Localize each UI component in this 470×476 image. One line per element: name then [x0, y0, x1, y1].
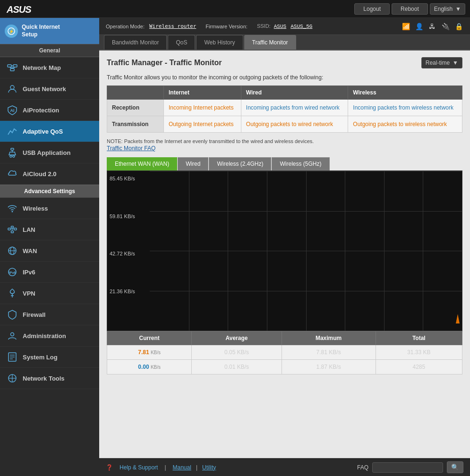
- wan-icon: [7, 245, 18, 256]
- sidebar-item-firewall[interactable]: Firewall: [0, 304, 99, 325]
- sidebar-item-aicloud[interactable]: AiCloud 2.0: [0, 163, 99, 185]
- sidebar-item-vpn[interactable]: VPN: [0, 283, 99, 304]
- cell-transmission-wired[interactable]: Outgoing packets to wired network: [241, 116, 348, 133]
- sub-tab-wireless-5[interactable]: Wireless (5GHz): [272, 157, 329, 170]
- sidebar-item-adaptive-qos[interactable]: Adaptive QoS: [0, 121, 99, 142]
- tab-qos[interactable]: QoS: [168, 35, 195, 50]
- row-label-reception: Reception: [107, 100, 164, 116]
- network-tools-icon: [7, 373, 18, 384]
- monitor-table: Internet Wired Wireless Reception Incomi…: [107, 85, 462, 133]
- user-status-icon: 👤: [414, 22, 424, 31]
- quick-setup-label: Quick InternetSetup: [22, 24, 60, 38]
- svg-point-16: [13, 155, 15, 157]
- sidebar-item-label: Firewall: [23, 311, 45, 318]
- sidebar-item-usb-application[interactable]: USB Application: [0, 142, 99, 163]
- svg-point-15: [10, 155, 12, 157]
- quick-internet-setup[interactable]: ⚡ Quick InternetSetup: [0, 18, 99, 44]
- vgrid-4: [306, 171, 307, 331]
- sidebar-item-label: VPN: [23, 290, 35, 297]
- faq-search-input[interactable]: [372, 462, 443, 473]
- stats-header-total: Total: [376, 332, 462, 345]
- usb-application-icon: [7, 147, 18, 158]
- general-label: General: [39, 47, 60, 54]
- administration-icon: [7, 330, 18, 341]
- sub-tabs: Ethernet WAN (WAN) Wired Wireless (2.4GH…: [107, 157, 462, 170]
- sidebar-item-label: Adaptive QoS: [23, 128, 63, 135]
- stats-row-2: 0.00 KB/s 0.01 KB/s 1.87 KB/s 4285: [107, 360, 462, 374]
- svg-point-32: [11, 333, 14, 336]
- stats-current-2: 0.00 KB/s: [107, 360, 192, 374]
- stats-total-2: 4285: [376, 360, 462, 374]
- sidebar-item-label: USB Application: [23, 149, 70, 156]
- sidebar: ⚡ Quick InternetSetup General Network Ma…: [0, 18, 99, 476]
- aiprotection-icon: AI: [7, 104, 18, 116]
- sub-tab-wan[interactable]: Ethernet WAN (WAN): [107, 157, 177, 170]
- quick-setup-icon: ⚡: [5, 25, 18, 38]
- sidebar-item-aiprotection[interactable]: AI AiProtection: [0, 100, 99, 121]
- tab-traffic-monitor[interactable]: Traffic Monitor: [244, 35, 296, 50]
- sidebar-item-label: WAN: [23, 247, 37, 255]
- network-status-icon: 🖧: [427, 22, 437, 31]
- chart-label-2: 59.81 KB/s: [110, 213, 147, 219]
- sidebar-item-label: AiCloud 2.0: [23, 170, 57, 178]
- tab-web-history[interactable]: Web History: [196, 35, 243, 50]
- col-header-empty: [107, 86, 164, 100]
- sidebar-item-guest-network[interactable]: Guest Network: [0, 78, 99, 100]
- page-title: Traffic Manager - Traffic Monitor: [107, 59, 222, 67]
- chart-data-point: [456, 314, 460, 323]
- logo: ASUS: [5, 2, 33, 16]
- svg-point-11: [10, 85, 14, 89]
- svg-rect-6: [10, 68, 14, 71]
- firewall-icon: [7, 309, 18, 320]
- status-icons: 📶 👤 🖧 🔌 🔒: [401, 22, 463, 31]
- sidebar-item-network-tools[interactable]: Network Tools: [0, 368, 99, 389]
- svg-rect-4: [8, 65, 11, 67]
- sidebar-item-wan[interactable]: WAN: [0, 240, 99, 262]
- sidebar-item-lan[interactable]: LAN: [0, 219, 99, 240]
- sidebar-item-network-map[interactable]: Network Map: [0, 57, 99, 78]
- sidebar-item-label: LAN: [23, 226, 35, 233]
- ipv6-icon: IPv6: [7, 266, 18, 278]
- svg-text:⚡: ⚡: [9, 28, 15, 34]
- topbar: ASUS Logout Reboot English ▼: [0, 0, 470, 18]
- general-section: General: [0, 44, 99, 57]
- stats-average-1: 0.05 KB/s: [192, 345, 282, 360]
- cell-transmission-wireless[interactable]: Outgoing packets to wireless network: [348, 116, 462, 133]
- table-row: Reception Incoming Internet packets Inco…: [107, 100, 462, 116]
- faq-search-button[interactable]: 🔍: [447, 461, 463, 473]
- cell-reception-wireless[interactable]: Incoming packets from wireless network: [348, 100, 462, 116]
- lan-icon: [7, 224, 18, 235]
- sub-tab-wired[interactable]: Wired: [178, 157, 208, 170]
- tab-bandwidth-monitor[interactable]: Bandwidth Monitor: [104, 35, 167, 50]
- help-support-label: Help & Support: [120, 464, 158, 471]
- vgrid-5: [345, 171, 345, 331]
- logout-button[interactable]: Logout: [354, 3, 390, 15]
- sidebar-item-label: AiProtection: [23, 107, 59, 114]
- stats-header-maximum: Maximum: [282, 332, 376, 345]
- cell-reception-wired[interactable]: Incoming packets from wired network: [241, 100, 348, 116]
- sidebar-item-ipv6[interactable]: IPv6 IPv6: [0, 262, 99, 283]
- sidebar-item-system-log[interactable]: System Log: [0, 347, 99, 368]
- main-tabs: Bandwidth Monitor QoS Web History Traffi…: [99, 35, 470, 51]
- language-selector[interactable]: English ▼: [430, 3, 465, 15]
- sidebar-item-wireless[interactable]: Wireless: [0, 198, 99, 219]
- chart-label-4: 21.36 KB/s: [110, 289, 147, 294]
- sidebar-item-administration[interactable]: Administration: [0, 325, 99, 347]
- chart-labels: 85.45 KB/s 59.81 KB/s 42.72 KB/s 21.36 K…: [107, 171, 150, 331]
- manual-link[interactable]: Manual: [173, 464, 191, 471]
- cell-transmission-internet[interactable]: Outgoing Internet packets: [164, 116, 241, 133]
- traffic-monitor-faq-link[interactable]: Traffic Monitor FAQ: [107, 145, 462, 152]
- faq-section: FAQ 🔍: [357, 461, 463, 473]
- sub-tab-wireless-24[interactable]: Wireless (2.4GHz): [209, 157, 271, 170]
- chevron-down-icon: ▼: [455, 6, 461, 12]
- reboot-button[interactable]: Reboot: [392, 3, 428, 15]
- realtime-dropdown[interactable]: Real-time ▼: [421, 57, 462, 68]
- cell-reception-internet[interactable]: Incoming Internet packets: [164, 100, 241, 116]
- sidebar-item-label: Guest Network: [23, 85, 66, 93]
- operation-mode-label: Operation Mode:: [106, 24, 145, 29]
- lock-status-icon: 🔒: [454, 22, 463, 31]
- svg-text:IPv6: IPv6: [9, 271, 16, 274]
- utility-link[interactable]: Utility: [202, 464, 216, 471]
- col-header-wireless: Wireless: [348, 86, 462, 100]
- stats-row-1: 7.81 KB/s 0.05 KB/s 7.81 KB/s 31.33 KB: [107, 345, 462, 360]
